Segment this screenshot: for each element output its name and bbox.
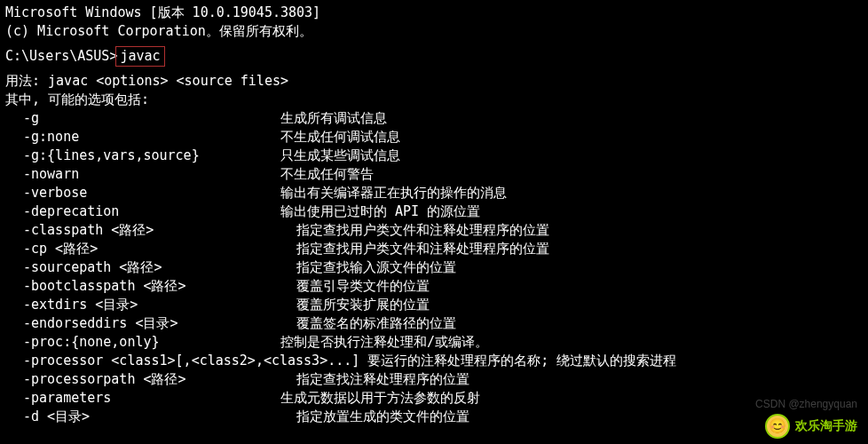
option-description: 控制是否执行注释处理和/或编译。 xyxy=(280,333,488,352)
windows-version-line: Microsoft Windows [版本 10.0.19045.3803] xyxy=(5,4,863,22)
option-description: 生成元数据以用于方法参数的反射 xyxy=(280,389,480,408)
option-flag: -g xyxy=(5,109,280,128)
option-row: -endorseddirs <目录> 覆盖签名的标准路径的位置 xyxy=(5,314,863,333)
option-description: 覆盖签名的标准路径的位置 xyxy=(280,314,456,333)
brand-logo-icon: 😊 xyxy=(765,414,790,439)
option-flag: -proc:{none,only} xyxy=(5,333,280,352)
option-row: -g:{lines,vars,source}只生成某些调试信息 xyxy=(5,147,863,165)
option-row: -cp <路径> 指定查找用户类文件和注释处理程序的位置 xyxy=(5,240,863,258)
prompt-path: C:\Users\ASUS> xyxy=(5,47,117,66)
option-description: 输出有关编译器正在执行的操作的消息 xyxy=(280,184,507,202)
options-heading: 其中, 可能的选项包括: xyxy=(5,91,863,109)
usage-line: 用法: javac <options> <source files> xyxy=(5,72,863,91)
brand-watermark: 😊 欢乐淘手游 xyxy=(765,414,857,439)
option-flag: -parameters xyxy=(5,389,280,408)
option-flag: -nowarn xyxy=(5,165,280,184)
option-description: 覆盖所安装扩展的位置 xyxy=(280,296,430,314)
option-flag: -cp <路径> xyxy=(5,240,280,258)
option-flag: -sourcepath <路径> xyxy=(5,258,280,277)
option-row: -deprecation输出使用已过时的 API 的源位置 xyxy=(5,202,863,221)
option-flag: -deprecation xyxy=(5,202,280,221)
option-description: 指定查找用户类文件和注释处理程序的位置 xyxy=(280,221,549,240)
option-description: 不生成任何调试信息 xyxy=(280,128,400,147)
option-row: -processorpath <路径> 指定查找注释处理程序的位置 xyxy=(5,370,863,389)
option-flag: -d <目录> xyxy=(5,408,280,426)
option-description: 指定查找用户类文件和注释处理程序的位置 xyxy=(280,240,549,258)
options-list: -g生成所有调试信息-g:none不生成任何调试信息-g:{lines,vars… xyxy=(5,109,863,426)
option-row: -d <目录> 指定放置生成的类文件的位置 xyxy=(5,408,863,426)
brand-text: 欢乐淘手游 xyxy=(795,417,857,435)
option-row: -processor <class1>[,<class2>,<class3>..… xyxy=(5,352,863,370)
option-flag: -verbose xyxy=(5,184,280,202)
option-flag: -endorseddirs <目录> xyxy=(5,314,280,333)
command-prompt-line[interactable]: C:\Users\ASUS> javac xyxy=(5,46,863,67)
option-description: 输出使用已过时的 API 的源位置 xyxy=(280,202,480,221)
option-row: -g生成所有调试信息 xyxy=(5,109,863,128)
typed-command: javac xyxy=(115,46,164,67)
option-row: -proc:{none,only}控制是否执行注释处理和/或编译。 xyxy=(5,333,863,352)
option-description: 指定查找注释处理程序的位置 xyxy=(280,370,470,389)
option-description: 只生成某些调试信息 xyxy=(280,147,400,165)
csdn-watermark: CSDN @zhengyquan xyxy=(755,397,857,412)
option-row: -nowarn不生成任何警告 xyxy=(5,165,863,184)
option-description: 覆盖引导类文件的位置 xyxy=(280,277,430,296)
option-flag: -processor <class1>[,<class2>,<class3>..… xyxy=(5,352,676,370)
option-row: -g:none不生成任何调试信息 xyxy=(5,128,863,147)
option-row: -sourcepath <路径> 指定查找输入源文件的位置 xyxy=(5,258,863,277)
option-description: 生成所有调试信息 xyxy=(280,109,387,128)
option-flag: -g:{lines,vars,source} xyxy=(5,147,280,165)
option-row: -bootclasspath <路径> 覆盖引导类文件的位置 xyxy=(5,277,863,296)
option-row: -classpath <路径> 指定查找用户类文件和注释处理程序的位置 xyxy=(5,221,863,240)
option-flag: -bootclasspath <路径> xyxy=(5,277,280,296)
option-flag: -extdirs <目录> xyxy=(5,296,280,314)
copyright-line: (c) Microsoft Corporation。保留所有权利。 xyxy=(5,22,863,41)
option-flag: -classpath <路径> xyxy=(5,221,280,240)
option-flag: -processorpath <路径> xyxy=(5,370,280,389)
option-row: -verbose输出有关编译器正在执行的操作的消息 xyxy=(5,184,863,202)
option-description: 指定放置生成的类文件的位置 xyxy=(280,408,470,426)
option-description: 不生成任何警告 xyxy=(280,165,374,184)
option-row: -parameters生成元数据以用于方法参数的反射 xyxy=(5,389,863,408)
option-row: -extdirs <目录> 覆盖所安装扩展的位置 xyxy=(5,296,863,314)
option-flag: -g:none xyxy=(5,128,280,147)
option-description: 指定查找输入源文件的位置 xyxy=(280,258,456,277)
